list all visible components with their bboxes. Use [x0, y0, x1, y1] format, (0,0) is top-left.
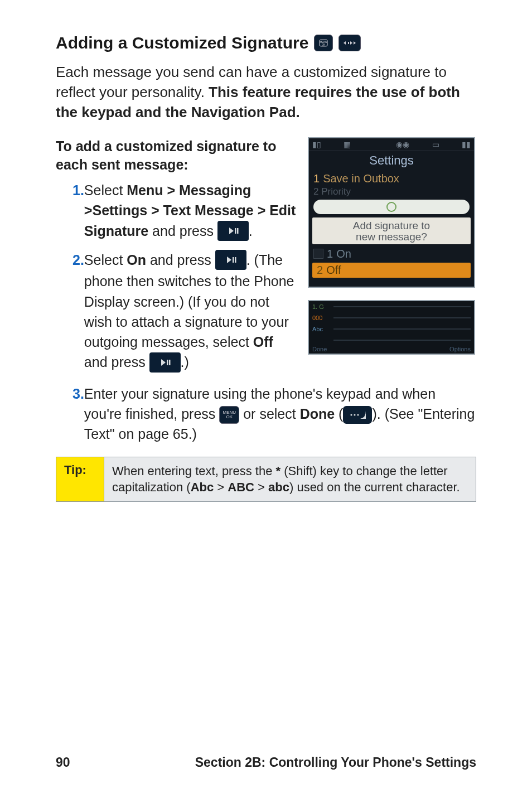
svg-rect-11	[233, 257, 234, 263]
svg-rect-4	[348, 42, 349, 44]
softkey-options: Options	[449, 346, 471, 352]
step-3-d: (	[335, 406, 343, 422]
step-3-text: Enter your signature using the phone's k…	[84, 384, 476, 444]
content-right: ▮▯ ▦ ◉◉ ▭ ▮▮ Settings 1Save in Outbox 2 …	[308, 137, 476, 381]
step-2-g: .)	[181, 354, 189, 370]
page-footer: 90 Section 2B: Controlling Your Phone's …	[56, 755, 476, 770]
dialog-line1: Add signature to	[315, 220, 468, 232]
entry-row-3-line	[333, 328, 471, 330]
tip-a: When entering text, press the	[112, 464, 276, 478]
step-2: 2. Select On and press . (The phone then…	[56, 250, 298, 374]
entry-row-2-line	[333, 317, 471, 318]
settings-row1-num: 1	[313, 172, 320, 185]
step-2-c: and press	[146, 252, 215, 268]
settings-row2-text: Priority	[321, 186, 351, 197]
settings-row-save-outbox: 1Save in Outbox	[309, 171, 474, 186]
status-grid-icon: ▦	[344, 140, 351, 149]
tip-c2: ABC	[228, 480, 254, 494]
navigation-pad-icon	[338, 35, 361, 51]
option-on: 1On	[309, 244, 474, 263]
svg-point-18	[357, 414, 359, 416]
phone-settings-screenshot: ▮▯ ▦ ◉◉ ▭ ▮▮ Settings 1Save in Outbox 2 …	[308, 137, 475, 288]
entry-softkeys: DoneOptions	[309, 346, 474, 352]
status-msg-icon: ▭	[432, 140, 439, 149]
step-3-c: Done	[300, 406, 335, 422]
step-2-text: Select On and press . (The phone then sw…	[84, 250, 298, 374]
dialog-card: Add signature to new message?	[312, 217, 471, 244]
page-number: 90	[56, 755, 70, 770]
svg-rect-9	[237, 228, 239, 234]
settings-row2-num: 2	[313, 186, 318, 197]
settings-row1-text: Save in Outbox	[323, 172, 399, 185]
option-off-selected: 2Off	[312, 263, 471, 278]
dialog-line2: new message?	[315, 231, 468, 243]
entry-row-1-line	[333, 306, 471, 307]
status-bar: ▮▯ ▦ ◉◉ ▭ ▮▮	[309, 138, 474, 151]
svg-rect-15	[169, 360, 171, 365]
entry-row-3: Abc	[309, 323, 474, 335]
heading-row: Adding a Customized Signature MENUOK	[56, 33, 476, 52]
step-2-f: and press	[84, 354, 149, 370]
step-2-b: On	[127, 252, 146, 268]
settings-scroll-indicator	[313, 200, 470, 214]
entry-row-2-label: 000	[312, 315, 329, 321]
entry-row-4-line	[333, 340, 471, 341]
tip-d: ) used on the current character.	[289, 480, 460, 494]
tip-label: Tip:	[56, 457, 104, 501]
phone-text-entry-screenshot: 1. G 000 Abc DoneOptions	[308, 300, 475, 355]
steps-list: 1. Select Menu > Messaging >Settings > T…	[56, 180, 298, 374]
scroll-dot-icon	[386, 202, 396, 212]
tip-c1: Abc	[191, 480, 214, 494]
tip-sep1: >	[214, 480, 228, 494]
entry-row-3-label: Abc	[312, 326, 329, 332]
step-3-number: 3.	[56, 384, 84, 444]
svg-rect-12	[235, 257, 236, 263]
entry-row-1-label: 1. G	[312, 303, 329, 310]
section-title: Section 2B: Controlling Your Phone's Set…	[195, 755, 476, 770]
entry-row-1: 1. G	[309, 301, 474, 312]
entry-row-2: 000	[309, 312, 474, 323]
entry-row-4	[309, 335, 474, 346]
tip-sep2: >	[254, 480, 268, 494]
status-signal-icon: ▮▯	[312, 140, 321, 149]
svg-marker-5	[350, 41, 352, 45]
step-1-c: and press	[148, 223, 217, 239]
content-left: To add a customized signature to each se…	[56, 137, 298, 381]
screen-title: Settings	[309, 151, 474, 171]
tip-box: Tip: When entering text, press the * (Sh…	[56, 457, 476, 502]
step-3: 3. Enter your signature using the phone'…	[56, 384, 476, 444]
softkey-done: Done	[312, 346, 327, 352]
svg-rect-8	[235, 228, 236, 234]
tip-star: *	[276, 464, 281, 478]
step-1-text: Select Menu > Messaging >Settings > Text…	[84, 180, 298, 242]
option-off-text: Off	[326, 264, 341, 276]
status-sound-icon: ◉◉	[396, 140, 409, 149]
tip-c3: abc	[268, 480, 289, 494]
page-heading: Adding a Customized Signature	[56, 33, 308, 52]
svg-marker-3	[344, 41, 346, 45]
option-on-text: On	[336, 248, 351, 260]
intro-paragraph: Each message you send can have a customi…	[56, 62, 476, 123]
checkbox-icon	[313, 249, 323, 259]
play-pause-key-icon	[217, 221, 249, 241]
play-pause-key-icon	[215, 250, 246, 270]
svg-marker-7	[229, 228, 234, 234]
svg-point-17	[354, 414, 356, 416]
option-off-num: 2	[317, 264, 323, 276]
step-3-b: or select	[239, 406, 299, 422]
svg-marker-13	[161, 359, 166, 366]
content-columns: To add a customized signature to each se…	[56, 137, 476, 381]
right-softkey-icon	[343, 406, 372, 424]
tip-body: When entering text, press the * (Shift) …	[104, 457, 476, 501]
svg-rect-14	[167, 360, 168, 365]
option-on-num: 1	[327, 248, 333, 260]
svg-point-16	[351, 414, 352, 416]
step-2-a: Select	[84, 252, 127, 268]
status-battery-icon: ▮▮	[462, 140, 471, 149]
step-2-e: Off	[253, 334, 273, 350]
svg-text:OK: OK	[322, 43, 326, 46]
step-1-number: 1.	[56, 180, 84, 242]
step-1: 1. Select Menu > Messaging >Settings > T…	[56, 180, 298, 242]
menu-ok-key-icon: MENUOK	[219, 406, 239, 424]
svg-marker-6	[354, 41, 356, 45]
